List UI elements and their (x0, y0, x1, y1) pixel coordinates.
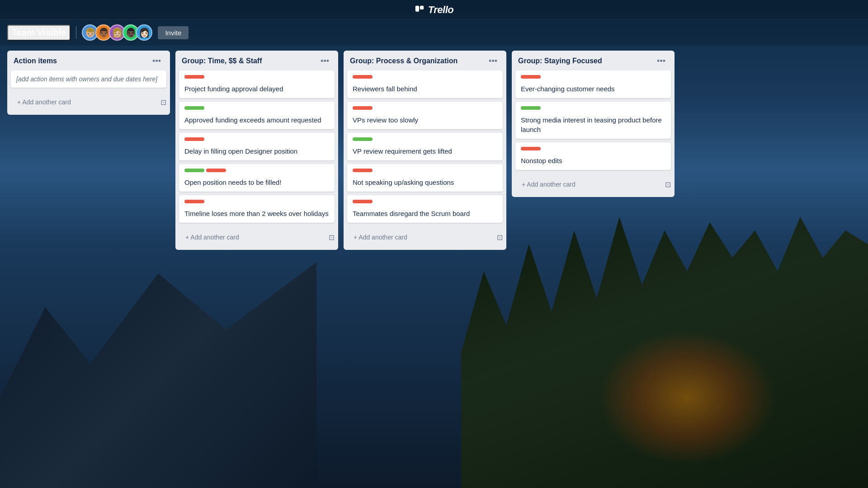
list-menu-button-group-focus[interactable]: ••• (654, 56, 668, 66)
list-header-group-time: Group: Time, $$ & Staff ••• (175, 51, 338, 70)
card-vp-lifted[interactable]: VP review requirement gets lifted (347, 133, 503, 160)
card-text-vps: VPs review too slowly (353, 116, 418, 124)
card-text-delay-designer: Delay in filling open Designer position (184, 147, 297, 155)
list-cards-group-process: Reviewers fall behind VPs review too slo… (344, 70, 506, 226)
label-red-reviewers (353, 75, 373, 79)
card-text-media: Strong media interest in teasing product… (521, 116, 662, 133)
list-title-group-time: Group: Time, $$ & Staff (182, 57, 318, 65)
card-text-project-funding: Project funding approval delayed (184, 85, 283, 93)
card-open-position[interactable]: Open position needs to be filled! (179, 164, 335, 192)
card-text-open-position: Open position needs to be filled! (184, 178, 281, 186)
template-icon-group-time[interactable]: ⊡ (329, 233, 335, 242)
label-red-edits (521, 147, 541, 150)
list-menu-button-group-process[interactable]: ••• (486, 56, 500, 66)
add-card-footer-action-items: + Add another card ⊡ (7, 91, 170, 115)
template-icon-group-process[interactable]: ⊡ (497, 233, 503, 242)
label-red-delay-designer (184, 137, 204, 141)
card-action-items-placeholder[interactable]: [add action items with owners and due da… (11, 70, 166, 88)
label-red-scrum (353, 200, 373, 203)
avatar-group: 👦🏼 👨🏾 👩🏼 👨🏿 👩🏻 (82, 24, 152, 41)
card-reviewers-behind[interactable]: Reviewers fall behind (347, 70, 503, 98)
label-red-timeline (184, 200, 204, 203)
template-icon-group-focus[interactable]: ⊡ (665, 180, 671, 189)
label-red-not-speaking (353, 169, 373, 172)
list-cards-group-focus: Ever-changing customer needs Strong medi… (512, 70, 675, 174)
board-toolbar: Team Visible 👦🏼 👨🏾 👩🏼 👨🏿 👩🏻 Invite (0, 20, 868, 45)
card-approved-funding[interactable]: Approved funding exceeds amount requeste… (179, 102, 335, 129)
card-text-customer: Ever-changing customer needs (521, 85, 615, 93)
list-menu-button-action-items[interactable]: ••• (150, 56, 164, 66)
card-text-scrum: Teammates disregard the Scrum board (353, 210, 470, 217)
list-header-group-focus: Group: Staying Focused ••• (512, 51, 675, 70)
add-card-button-group-time[interactable]: + Add another card (179, 230, 329, 244)
svg-rect-1 (420, 5, 424, 9)
board-name-button[interactable]: Team Visible (7, 25, 71, 41)
label-red-open-position (206, 169, 226, 172)
label-red-project-funding (184, 75, 204, 79)
top-nav-bar: Trello (0, 0, 868, 20)
add-card-footer-group-process: + Add another card ⊡ (344, 226, 506, 250)
board-content: Action items ••• [add action items with … (0, 45, 868, 488)
list-group-focus: Group: Staying Focused ••• Ever-changing… (512, 51, 675, 197)
label-green-vp-lifted (353, 137, 373, 141)
card-text-reviewers: Reviewers fall behind (353, 85, 417, 93)
label-red-vps (353, 106, 373, 110)
trello-logo-icon (415, 5, 425, 15)
list-title-action-items: Action items (14, 57, 150, 65)
list-title-group-focus: Group: Staying Focused (518, 57, 654, 65)
add-card-footer-group-focus: + Add another card ⊡ (512, 174, 675, 197)
card-nonstop-edits[interactable]: Nonstop edits (515, 142, 671, 170)
card-media-interest[interactable]: Strong media interest in teasing product… (515, 102, 671, 139)
add-card-footer-group-time: + Add another card ⊡ (175, 226, 338, 250)
avatar-5[interactable]: 👩🏻 (136, 24, 152, 41)
card-not-speaking[interactable]: Not speaking up/asking questions (347, 164, 503, 192)
list-group-time: Group: Time, $$ & Staff ••• Project fund… (175, 51, 338, 250)
list-header-group-process: Group: Process & Organization ••• (344, 51, 506, 70)
card-vps-review[interactable]: VPs review too slowly (347, 102, 503, 129)
list-cards-group-time: Project funding approval delayed Approve… (175, 70, 338, 226)
invite-button[interactable]: Invite (158, 26, 189, 39)
add-card-button-group-focus[interactable]: + Add another card (515, 177, 665, 192)
label-green-approved-funding (184, 106, 204, 110)
add-card-button-group-process[interactable]: + Add another card (347, 230, 497, 244)
card-text-not-speaking: Not speaking up/asking questions (353, 178, 454, 186)
trello-wordmark: Trello (428, 4, 454, 16)
toolbar-divider (76, 26, 76, 39)
label-green-media (521, 106, 541, 110)
card-project-funding[interactable]: Project funding approval delayed (179, 70, 335, 98)
label-red-customer (521, 75, 541, 79)
card-text-vp-lifted: VP review requirement gets lifted (353, 147, 452, 155)
trello-logo: Trello (415, 4, 454, 16)
list-group-process: Group: Process & Organization ••• Review… (344, 51, 506, 250)
svg-rect-0 (415, 5, 419, 11)
template-icon-action-items[interactable]: ⊡ (160, 98, 166, 107)
list-action-items: Action items ••• [add action items with … (7, 51, 170, 115)
card-text-timeline: Timeline loses more than 2 weeks over ho… (184, 210, 329, 217)
list-menu-button-group-time[interactable]: ••• (318, 56, 332, 66)
label-green-open-position (184, 169, 204, 172)
card-delay-designer[interactable]: Delay in filling open Designer position (179, 133, 335, 160)
list-cards-action-items: [add action items with owners and due da… (7, 70, 170, 91)
card-action-items-text: [add action items with owners and due da… (16, 75, 157, 83)
list-title-group-process: Group: Process & Organization (350, 57, 486, 65)
add-card-button-action-items[interactable]: + Add another card (11, 95, 160, 109)
card-timeline-holidays[interactable]: Timeline loses more than 2 weeks over ho… (179, 195, 335, 223)
card-text-edits: Nonstop edits (521, 157, 562, 164)
card-customer-needs[interactable]: Ever-changing customer needs (515, 70, 671, 98)
card-scrum-board[interactable]: Teammates disregard the Scrum board (347, 195, 503, 223)
card-text-approved-funding: Approved funding exceeds amount requeste… (184, 116, 321, 124)
list-header-action-items: Action items ••• (7, 51, 170, 70)
